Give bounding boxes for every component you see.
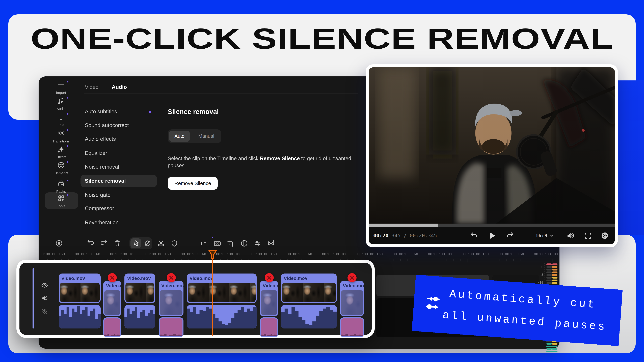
record-icon[interactable]: [54, 239, 64, 248]
video-preview-frame[interactable]: [368, 67, 615, 224]
meter-tick-dot: [544, 276, 545, 276]
timeline-clip[interactable]: Video.mov: [59, 274, 100, 303]
chevron-down-icon[interactable]: [550, 233, 554, 239]
remove-clip-button[interactable]: [264, 273, 274, 282]
ruler-tick: [422, 259, 422, 261]
menu-item-reverberation[interactable]: Reverberation: [85, 220, 118, 227]
timeline-clip[interactable]: Video.mov: [124, 274, 155, 303]
track-volume-icon[interactable]: [41, 295, 48, 302]
split-icon[interactable]: [266, 239, 276, 248]
x-icon: [169, 276, 173, 280]
ruler-tick: [482, 259, 482, 261]
ruler-tick: [549, 259, 549, 261]
track-mic-muted-icon[interactable]: [41, 308, 48, 315]
ruler-tick: [418, 259, 418, 261]
menu-item-audio-effects[interactable]: Audio effects: [85, 136, 116, 143]
svg-text:CC: CC: [215, 242, 219, 245]
settings-gear-icon[interactable]: [600, 231, 610, 241]
clip-waveform[interactable]: [124, 305, 155, 329]
sidebar-item-audio[interactable]: Audio: [41, 97, 81, 112]
cut-icon[interactable]: [156, 239, 166, 248]
ruler-tick: [528, 259, 528, 261]
meter-segment: [552, 266, 558, 268]
sidebar-item-tools[interactable]: Tools: [41, 194, 81, 210]
sidebar-item-effects[interactable]: Effects: [41, 145, 81, 161]
timeline-clip-silence[interactable]: Video.mov: [340, 281, 364, 316]
toggle-option-auto[interactable]: Auto: [169, 131, 190, 142]
tab-audio[interactable]: Audio: [112, 84, 127, 90]
remove-clip-button[interactable]: [166, 273, 176, 282]
sidebar-item-elements[interactable]: Elements: [41, 161, 81, 177]
menu-item-noise-gate[interactable]: Noise gate: [85, 192, 110, 199]
clip-waveform[interactable]: [187, 305, 256, 329]
skip-forward-icon[interactable]: [505, 231, 515, 241]
meter-segment: [546, 280, 552, 281]
playback-progress-bar[interactable]: [368, 224, 615, 227]
snap-icon[interactable]: [143, 239, 152, 248]
timeline-clip-silence[interactable]: Video.mov: [103, 281, 121, 316]
timeline-clip-silence[interactable]: Video.mov: [159, 281, 184, 316]
remove-clip-button[interactable]: [108, 273, 117, 282]
menu-item-compressor[interactable]: Compressor: [85, 205, 114, 213]
redo-icon[interactable]: [99, 239, 109, 248]
audio-levels-icon[interactable]: [198, 239, 208, 248]
timer-icon[interactable]: [240, 239, 249, 248]
playhead-handle[interactable]: [208, 250, 217, 261]
track-select-bar[interactable]: [32, 268, 34, 329]
tab-video[interactable]: Video: [85, 84, 98, 90]
adjust-icon[interactable]: [253, 239, 262, 248]
clip-waveform[interactable]: [59, 305, 100, 329]
clip-waveform-silence[interactable]: [260, 318, 278, 337]
timecode-display: 00:20.345 / 00:20.345: [373, 233, 437, 239]
ruler-timestamp: 00:00:00.160: [40, 252, 65, 256]
select-cursor-icon[interactable]: [132, 239, 141, 248]
timeline-clip-silence[interactable]: Video.mov: [260, 281, 278, 316]
ruler-tick: [376, 259, 376, 261]
remove-silence-button[interactable]: Remove Silence: [168, 177, 218, 190]
clip-waveform-silence[interactable]: [159, 318, 184, 337]
ruler-tick: [425, 259, 425, 261]
ruler-tick: [453, 259, 454, 261]
playhead-line[interactable]: [212, 257, 213, 336]
sparkles-icon: [57, 145, 66, 153]
undo-icon[interactable]: [86, 239, 95, 248]
menu-item-silence-removal[interactable]: Silence removal: [85, 178, 126, 185]
ruler-tick: [443, 259, 443, 261]
remove-clip-button[interactable]: [348, 273, 356, 282]
ruler-timestamp: 00:00:00.160: [498, 252, 524, 256]
ruler-tick: [510, 259, 510, 261]
menu-item-sound-autocorrect[interactable]: Sound autocorrect: [85, 122, 129, 130]
menu-item-noise-removal[interactable]: Noise removal: [85, 164, 119, 171]
aspect-ratio-select[interactable]: 16:9: [535, 233, 548, 239]
timeline-clip[interactable]: Video.mov: [187, 274, 256, 303]
sidebar-item-packs[interactable]: Packs: [41, 180, 81, 195]
sidebar-item-import[interactable]: Import: [41, 81, 81, 96]
captions-icon[interactable]: CC: [213, 239, 222, 248]
mask-icon[interactable]: [170, 239, 179, 248]
skip-back-icon[interactable]: [469, 231, 479, 241]
ruler-tick: [552, 259, 552, 263]
ruler-tick: [513, 259, 514, 261]
clip-waveform-silence[interactable]: [103, 318, 121, 337]
crop-icon[interactable]: [226, 239, 236, 248]
menu-item-equalizer[interactable]: Equalizer: [85, 150, 107, 158]
promo-page: ONE-CLICK SILENCE REMOVAL Import Audio T…: [0, 0, 644, 362]
sidebar-item-text[interactable]: Text: [41, 113, 81, 128]
music-note-icon: [57, 97, 66, 105]
plus-icon: [57, 81, 66, 89]
meter-segment: [546, 346, 552, 347]
menu-item-auto-subtitles[interactable]: Auto subtitles: [85, 109, 117, 116]
grid-plus-icon: [57, 194, 66, 202]
clip-waveform-silence[interactable]: [340, 318, 364, 337]
ruler-tick: [439, 259, 440, 263]
delete-icon[interactable]: [113, 239, 122, 248]
timeline-clip[interactable]: Video.mov: [281, 274, 337, 303]
play-button[interactable]: [487, 231, 497, 241]
track-visibility-icon[interactable]: [41, 282, 48, 289]
toggle-option-manual[interactable]: Manual: [193, 131, 220, 142]
sidebar-item-transitions[interactable]: Transitions: [41, 129, 81, 145]
ruler-tick: [499, 259, 500, 261]
clip-waveform[interactable]: [281, 305, 337, 329]
fullscreen-icon[interactable]: [583, 231, 593, 241]
volume-icon[interactable]: [566, 231, 576, 241]
